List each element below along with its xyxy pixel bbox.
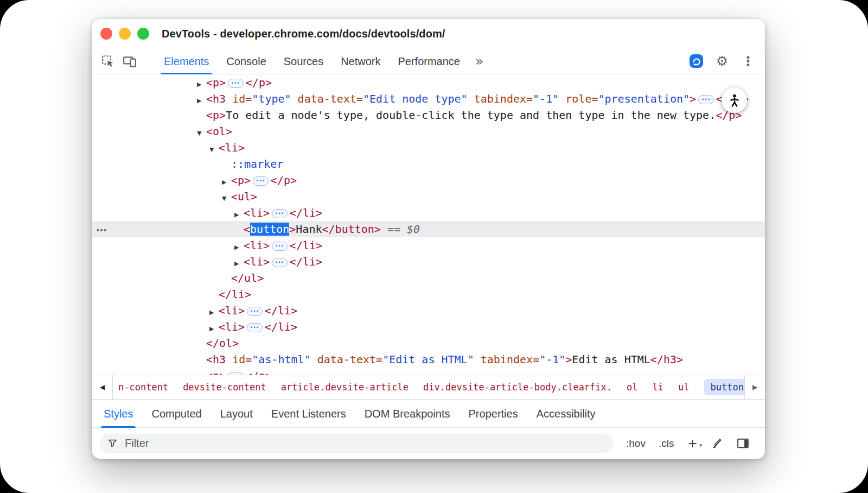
dom-tree-row[interactable]: ▼<li>	[92, 140, 765, 156]
code-token-dim: ==	[381, 223, 407, 236]
dom-tree-row[interactable]: ▶<li>···</li>	[92, 302, 765, 319]
dom-tree-row[interactable]: ▶<p>···</p>	[92, 172, 765, 188]
subtab-layout[interactable]: Layout	[211, 400, 262, 428]
dom-tree-row[interactable]: …<button>Hank</button> == $0	[92, 221, 765, 237]
rendering-emulation-button[interactable]	[710, 437, 723, 450]
code-token-txt: Hank	[296, 223, 322, 236]
inline-expand-button[interactable]: ···	[247, 323, 263, 332]
dom-tree-row[interactable]: ▶<p>···</p>	[92, 368, 765, 375]
subtab-dom-breakpoints[interactable]: DOM Breakpoints	[355, 400, 459, 428]
code-token-txt: Edit as HTML	[572, 353, 650, 366]
tab-console[interactable]: Console	[218, 48, 275, 74]
breadcrumb-ol[interactable]: ol	[627, 382, 637, 393]
dom-tree-row[interactable]: <h3 id="as-html" data-text="Edit as HTML…	[92, 351, 765, 368]
tab-performance[interactable]: Performance	[390, 48, 469, 74]
tab-network[interactable]: Network	[332, 48, 389, 74]
inline-expand-button[interactable]: ···	[272, 242, 288, 251]
code-token-dollar: $0	[407, 223, 420, 236]
styles-filter-input[interactable]	[124, 437, 605, 450]
inline-expand-button[interactable]: ···	[272, 258, 288, 267]
breadcrumb-article-devsite-article[interactable]: article.devsite-article	[281, 382, 409, 393]
dom-tree-row[interactable]: ▶<li>···</li>	[92, 254, 765, 270]
gear-icon: ⚙	[716, 53, 728, 69]
dock-side-button[interactable]	[736, 437, 750, 450]
dom-tree-row[interactable]: ▶<li>···</li>	[92, 237, 765, 254]
dom-tree-row[interactable]: ▶<li>···</li>	[92, 205, 765, 221]
plus-icon: +	[688, 435, 697, 452]
code-token-tag: </li>	[219, 288, 251, 301]
breadcrumb-div-devsite-article-body-clearfix[interactable]: div.devsite-article-body.clearfix.	[423, 382, 612, 393]
filter-funnel-icon	[107, 438, 118, 448]
caret-down-icon: ▾	[699, 439, 702, 451]
toggle-device-toolbar-button[interactable]	[120, 52, 139, 71]
code-token-tag: <li>	[244, 255, 270, 268]
dom-tree-row[interactable]: </ul>	[92, 270, 765, 286]
code-token-tag: <h3	[206, 92, 232, 105]
dom-tree: ▶<p>···</p>▶<h3 id="type" data-text="Edi…	[92, 74, 765, 375]
inline-expand-button[interactable]: ···	[228, 372, 244, 375]
code-token-attr: tabindex=	[468, 92, 533, 105]
more-tabs-button[interactable]: »	[469, 53, 490, 69]
toggle-element-state-button[interactable]: :hov	[626, 438, 646, 450]
settings-button[interactable]: ⚙	[714, 53, 730, 69]
inspect-cursor-icon	[101, 54, 115, 68]
code-token-tag: <li>	[244, 206, 270, 219]
zoom-window-button[interactable]	[137, 28, 149, 40]
inspect-element-button[interactable]	[99, 52, 117, 71]
dom-tree-row[interactable]: ▶<h3 id="type" data-text="Edit node type…	[92, 91, 765, 107]
code-token-tag: >	[565, 353, 572, 366]
code-token-tag: <p>	[206, 109, 226, 122]
code-token-tag: </li>	[290, 255, 322, 268]
code-token-tag: <	[244, 223, 250, 236]
subtab-styles[interactable]: Styles	[94, 400, 142, 428]
dom-tree-row[interactable]: ▶<li>···</li>	[92, 319, 765, 335]
breadcrumb-scroll-right-button[interactable]: ▶	[744, 375, 765, 399]
tab-sources[interactable]: Sources	[275, 48, 332, 74]
subtab-properties[interactable]: Properties	[459, 400, 527, 428]
devtools-extension-button[interactable]	[688, 53, 704, 69]
sidebar-tab-strip: StylesComputedLayoutEvent ListenersDOM B…	[92, 399, 765, 427]
code-token-tag: </p>	[246, 76, 272, 89]
subtab-accessibility[interactable]: Accessibility	[527, 400, 605, 428]
breadcrumb-scroll-left-button[interactable]: ◀	[92, 375, 113, 399]
subtab-computed[interactable]: Computed	[142, 400, 210, 428]
tab-elements[interactable]: Elements	[155, 48, 218, 74]
breadcrumb-ul[interactable]: ul	[678, 382, 689, 393]
code-token-tag: <li>	[219, 320, 245, 333]
subtab-event-listeners[interactable]: Event Listeners	[262, 400, 355, 428]
dom-tree-row[interactable]: <p>To edit a node's type, double-click t…	[92, 107, 765, 123]
customize-devtools-button[interactable]: ⋮	[740, 53, 756, 69]
code-token-sel: button	[250, 223, 289, 236]
inline-expand-button[interactable]: ···	[228, 79, 244, 88]
dom-tree-row[interactable]: ▼<ul>	[92, 188, 765, 205]
dom-tree-row[interactable]: ▼<ol>	[92, 123, 765, 140]
dom-tree-row[interactable]: ::marker	[92, 156, 765, 172]
devtools-window: DevTools - developer.chrome.com/docs/dev…	[92, 19, 765, 459]
code-token-tag: <h3	[206, 353, 232, 366]
dom-tree-row[interactable]: </li>	[92, 286, 765, 302]
three-dot-menu-icon: ⋮	[742, 54, 755, 69]
inline-expand-button[interactable]: ···	[253, 176, 269, 186]
inline-expand-button[interactable]: ···	[247, 307, 263, 316]
code-token-val: "-1"	[539, 353, 565, 366]
element-classes-button[interactable]: .cls	[659, 438, 674, 450]
code-token-attr: id=	[232, 92, 252, 105]
code-token-tag: <ol>	[206, 125, 232, 138]
inline-expand-button[interactable]: ···	[272, 209, 288, 218]
dom-tree-row[interactable]: ▶<p>···</p>	[92, 74, 765, 91]
dock-right-icon	[736, 437, 750, 450]
close-window-button[interactable]	[100, 28, 112, 40]
new-style-rule-button[interactable]: +▾	[688, 438, 697, 450]
breadcrumb-n-content[interactable]: n-content	[118, 382, 168, 393]
code-token-val: "Edit node type"	[363, 92, 468, 105]
chevron-right-icon: ▶	[752, 383, 757, 391]
minimize-window-button[interactable]	[119, 28, 131, 40]
expand-arrow-icon[interactable]: ▶	[197, 370, 206, 375]
styles-filter-bar: :hov .cls +▾	[92, 427, 765, 459]
breadcrumb-li[interactable]: li	[653, 382, 663, 393]
breadcrumb-button[interactable]: button	[704, 379, 744, 395]
dom-tree-row[interactable]: </ol>	[92, 335, 765, 351]
inline-expand-button[interactable]: ···	[698, 95, 714, 104]
breadcrumb-devsite-content[interactable]: devsite-content	[183, 382, 266, 393]
code-token-attr: data-text=	[291, 92, 363, 105]
